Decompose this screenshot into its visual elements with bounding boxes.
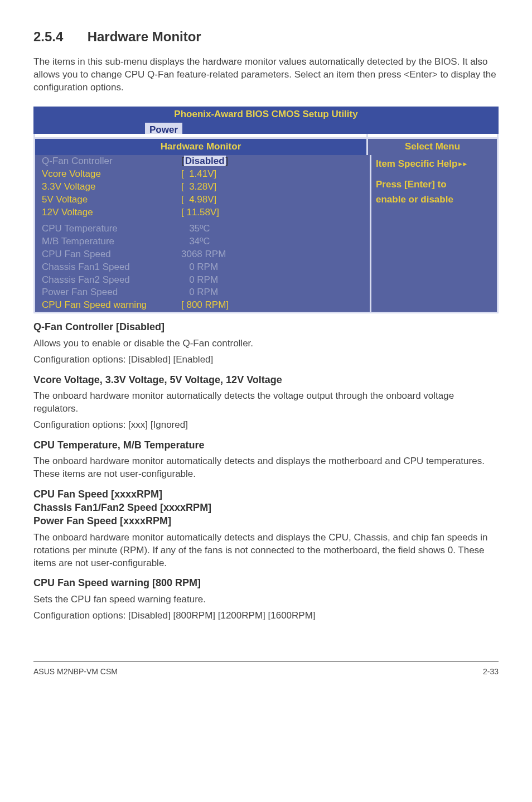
item-value: [ 3.28V] bbox=[181, 181, 216, 194]
item-label: Chassis Fan2 Speed bbox=[42, 274, 181, 287]
body-text: Allows you to enable or disable the Q-Fa… bbox=[33, 337, 499, 350]
item-label: M/B Temperature bbox=[42, 235, 181, 248]
bios-item[interactable]: 5V Voltage [ 4.98V] bbox=[35, 194, 370, 206]
body-text: Configuration options: [xxx] [Ignored] bbox=[33, 419, 499, 432]
item-value: 0 RPM bbox=[181, 286, 218, 299]
bios-item: Chassis Fan1 Speed 0 RPM bbox=[35, 261, 370, 274]
item-label: CPU Temperature bbox=[42, 223, 181, 235]
item-label: CPU Fan Speed bbox=[42, 248, 181, 261]
bios-item: Chassis Fan2 Speed 0 RPM bbox=[35, 274, 370, 287]
item-label: Vcore Voltage bbox=[42, 168, 181, 181]
body-text: The onboard hardware monitor automatical… bbox=[33, 390, 499, 416]
subsection-heading: CPU Temperature, M/B Temperature bbox=[33, 438, 499, 452]
bios-panel: Phoenix-Award BIOS CMOS Setup Utility Po… bbox=[33, 107, 499, 313]
bios-item: Power Fan Speed 0 RPM bbox=[35, 286, 370, 299]
panel-title: Hardware Monitor bbox=[33, 137, 368, 155]
tab-power[interactable]: Power bbox=[145, 123, 182, 134]
subsection-heading: Vcore Voltage, 3.3V Voltage, 5V Voltage,… bbox=[33, 373, 499, 386]
page-footer: ASUS M2NBP-VM CSM 2-33 bbox=[33, 661, 499, 677]
select-menu-label: Select Menu bbox=[368, 137, 499, 155]
bios-subheader: Hardware Monitor Select Menu bbox=[33, 137, 499, 155]
bios-item[interactable]: Vcore Voltage [ 1.41V] bbox=[35, 168, 370, 181]
section-number: 2.5.4 bbox=[33, 28, 84, 46]
bios-tab-row: Power bbox=[33, 123, 499, 134]
body-text: Sets the CPU fan speed warning feature. bbox=[33, 593, 499, 606]
bios-item[interactable]: CPU Fan Speed warning [ 800 RPM] bbox=[35, 299, 370, 312]
body-text: The onboard hardware monitor automatical… bbox=[33, 532, 499, 570]
help-text: Press [Enter] to bbox=[376, 178, 492, 191]
tab-filler bbox=[33, 123, 145, 134]
footer-left: ASUS M2NBP-VM CSM bbox=[33, 666, 118, 677]
item-label: Power Fan Speed bbox=[42, 286, 181, 299]
bios-item[interactable]: 12V Voltage [ 11.58V] bbox=[35, 206, 370, 219]
bios-item: CPU Fan Speed 3068 RPM bbox=[35, 248, 370, 261]
item-label: 3.3V Voltage bbox=[42, 181, 181, 194]
item-label: Chassis Fan1 Speed bbox=[42, 261, 181, 274]
item-value: 0 RPM bbox=[181, 261, 218, 274]
help-title: Item Specific Help▸▸ bbox=[376, 157, 492, 171]
subsection-heading: CPU Fan Speed warning [800 RPM] bbox=[33, 576, 499, 590]
footer-right: 2-33 bbox=[483, 666, 499, 677]
section-heading: 2.5.4 Hardware Monitor bbox=[33, 28, 499, 46]
triangle-icon: ▸▸ bbox=[457, 158, 466, 169]
item-label: 5V Voltage bbox=[42, 194, 181, 206]
bios-item: M/B Temperature 34ºC bbox=[35, 235, 370, 248]
bios-help-panel: Item Specific Help▸▸ Press [Enter] to en… bbox=[370, 155, 497, 312]
item-value: [ 800 RPM] bbox=[181, 299, 229, 312]
bios-item[interactable]: 3.3V Voltage [ 3.28V] bbox=[35, 181, 370, 194]
bios-item[interactable]: Q-Fan Controller [Disabled] bbox=[35, 155, 370, 168]
tab-filler bbox=[182, 123, 499, 134]
bios-items: Q-Fan Controller [Disabled] Vcore Voltag… bbox=[35, 155, 370, 312]
subsection-heading: CPU Fan Speed [xxxxRPM] Chassis Fan1/Fan… bbox=[33, 487, 499, 528]
body-text: Configuration options: [Disabled] [800RP… bbox=[33, 610, 499, 622]
section-title: Hardware Monitor bbox=[88, 29, 201, 44]
item-value: 34ºC bbox=[181, 235, 210, 248]
item-value: [Disabled] bbox=[181, 155, 228, 168]
item-value: [ 4.98V] bbox=[181, 194, 216, 206]
help-text: enable or disable bbox=[376, 194, 492, 206]
item-label: Q-Fan Controller bbox=[42, 155, 181, 168]
intro-paragraph: The items in this sub-menu displays the … bbox=[33, 56, 499, 94]
item-value: 3068 RPM bbox=[181, 248, 226, 261]
bios-title-bar: Phoenix-Award BIOS CMOS Setup Utility bbox=[33, 107, 499, 123]
item-value: [ 11.58V] bbox=[181, 206, 219, 219]
item-value: 0 RPM bbox=[181, 274, 218, 287]
item-value: 35ºC bbox=[181, 223, 210, 235]
body-text: The onboard hardware monitor automatical… bbox=[33, 455, 499, 481]
body-text: Configuration options: [Disabled] [Enabl… bbox=[33, 354, 499, 366]
item-label: CPU Fan Speed warning bbox=[42, 299, 181, 312]
item-value: [ 1.41V] bbox=[181, 168, 216, 181]
item-label: 12V Voltage bbox=[42, 206, 181, 219]
bios-item: CPU Temperature 35ºC bbox=[35, 223, 370, 235]
subsection-heading: Q-Fan Controller [Disabled] bbox=[33, 320, 499, 334]
